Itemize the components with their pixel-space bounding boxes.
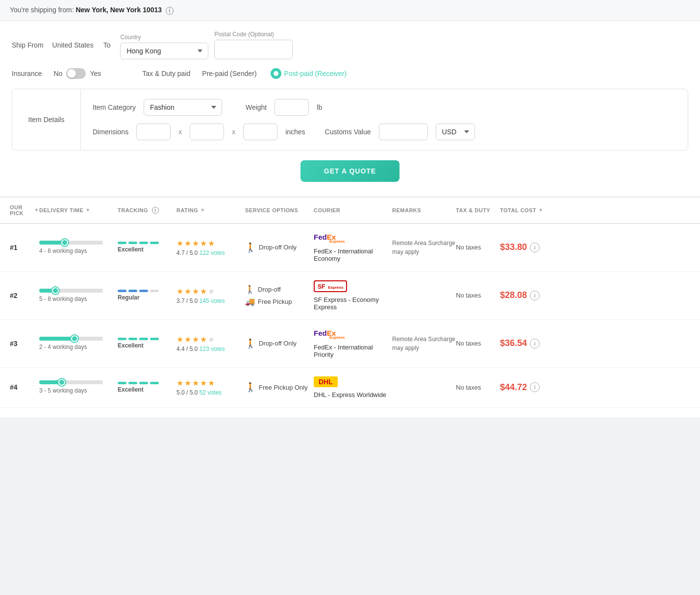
col-our-pick[interactable]: OUR PICK ▼: [10, 204, 39, 216]
tracking-dot: [118, 338, 126, 340]
total-cost-col: $28.08 i: [500, 290, 559, 300]
weight-input[interactable]: 3: [275, 99, 309, 116]
courier-service-name: SF Express - Economy Express: [314, 296, 392, 311]
votes: 122 votes: [200, 249, 225, 256]
row-info-button[interactable]: i: [530, 339, 540, 348]
service-item: 🚶Free Pickup Only: [245, 382, 314, 393]
tracking-label: Regular: [118, 294, 176, 301]
x-separator-2: x: [232, 128, 235, 136]
to-label: To: [103, 41, 111, 49]
col-total-cost[interactable]: TOTAL COST ▼: [500, 207, 559, 213]
rating-sort-icon: ▼: [200, 207, 205, 213]
postpaid-option[interactable]: Post-paid (Receiver): [284, 70, 347, 77]
row-info-button[interactable]: i: [530, 382, 540, 392]
dim3-input[interactable]: 2: [243, 124, 277, 140]
shipping-form: Ship From United States To Country Hong …: [0, 21, 700, 198]
tracking-dot: [150, 338, 159, 340]
row-info-button[interactable]: i: [530, 243, 540, 252]
tracking-dots: [118, 290, 176, 292]
table-header: OUR PICK ▼ DELIVERY TIME ▼ TRACKING i RA…: [0, 198, 700, 224]
total-cost-col: $33.80 i: [500, 242, 559, 252]
rating-text: 4.4 / 5.0 123 votes: [176, 346, 245, 352]
rank-badge: #4: [10, 383, 39, 391]
star-empty: ★: [208, 287, 215, 296]
country-select-wrap: Hong Kong United States United Kingdom J…: [120, 43, 208, 59]
tracking-col: Excellent: [118, 338, 176, 349]
radio-active-dot: [271, 68, 281, 79]
star-full: ★: [176, 287, 183, 296]
service-col: 🚶Drop-off Only: [245, 338, 314, 349]
tracking-info-icon[interactable]: i: [152, 207, 159, 214]
remarks-col: Remote Area Surcharge may apply: [392, 335, 456, 352]
star-full: ★: [208, 378, 215, 388]
tracking-label: Excellent: [118, 246, 176, 253]
star-full: ★: [184, 335, 191, 344]
postal-code-input[interactable]: [214, 40, 293, 59]
tracking-dot: [150, 382, 159, 384]
courier-service-name: FedEx - International Priority: [314, 344, 392, 358]
express-text: Express: [329, 239, 392, 244]
delivery-time-text: 4 - 6 working days: [39, 248, 118, 254]
delivery-dot: [71, 335, 78, 342]
rating-col: ★★★★★ 4.7 / 5.0 122 votes: [176, 239, 245, 256]
sf-logo-box: SF Express: [314, 280, 347, 292]
fedex-logo: FedEx Express: [314, 329, 392, 340]
item-details-fields: Item Category Fashion Electronics Books …: [81, 89, 688, 150]
total-price: $44.72: [500, 382, 527, 393]
customs-value-input[interactable]: 50: [379, 124, 428, 140]
service-item: 🚶Drop-off Only: [245, 242, 314, 253]
dim2-input[interactable]: 6: [190, 124, 224, 140]
votes: 52 votes: [200, 389, 222, 396]
sf-text: SF: [318, 283, 325, 290]
row-info-button[interactable]: i: [530, 291, 540, 300]
insurance-yes-label: Yes: [90, 70, 101, 77]
weight-label: Weight: [246, 103, 267, 111]
tax-duty-col: No taxes: [456, 340, 500, 347]
category-select[interactable]: Fashion Electronics Books Toys: [144, 99, 222, 116]
get-quote-button[interactable]: GET A QUOTE: [300, 160, 400, 182]
delivery-dot: [61, 239, 68, 246]
rank-badge: #1: [10, 244, 39, 251]
delivery-bar: [39, 241, 103, 245]
delivery-fill: [39, 337, 75, 341]
currency-select[interactable]: USD EUR GBP HKD: [436, 124, 475, 140]
col-courier: COURIER: [314, 207, 392, 213]
shipping-from-label: You're shipping from:: [10, 6, 74, 14]
insurance-toggle[interactable]: [66, 68, 86, 79]
col-rating[interactable]: RATING ▼: [176, 207, 245, 213]
postal-code-field: Postal Code (Optional): [214, 31, 293, 59]
delivery-col: 2 - 4 working days: [39, 337, 118, 350]
insurance-toggle-wrap: No Yes: [53, 68, 101, 79]
col-remarks: REMARKS: [392, 207, 456, 213]
weight-unit: lb: [317, 103, 322, 111]
tracking-dots: [118, 382, 176, 384]
toggle-knob: [67, 69, 76, 78]
star-full: ★: [200, 239, 207, 248]
service-icon: 🚚: [245, 297, 255, 306]
category-weight-row: Item Category Fashion Electronics Books …: [93, 99, 676, 116]
star-empty: ★: [208, 335, 215, 344]
fedex-purple-text: Fed: [314, 329, 327, 337]
tracking-label: Excellent: [118, 342, 176, 349]
service-col: 🚶Drop-off Only: [245, 242, 314, 253]
tax-duty-col: No taxes: [456, 292, 500, 299]
dim1-input[interactable]: 9: [136, 124, 171, 140]
col-tracking[interactable]: TRACKING i: [118, 207, 176, 214]
postpaid-radio[interactable]: Post-paid (Receiver): [271, 68, 347, 79]
col-delivery-time[interactable]: DELIVERY TIME ▼: [39, 207, 118, 213]
service-item: 🚚Free Pickup: [245, 297, 314, 306]
sf-logo: SF Express: [314, 280, 392, 292]
delivery-sort-icon: ▼: [85, 207, 90, 213]
star-full: ★: [200, 335, 207, 344]
total-cost-col: $36.54 i: [500, 338, 559, 348]
info-icon[interactable]: i: [166, 7, 174, 15]
rating-text: 5.0 / 5.0 52 votes: [176, 389, 245, 396]
service-text: Drop-off: [258, 286, 281, 293]
dimensions-customs-row: Dimensions 9 x 6 x 2 inches Customs Valu…: [93, 124, 676, 140]
tracking-dots: [118, 338, 176, 340]
prepaid-option[interactable]: Pre-paid (Sender): [202, 70, 256, 77]
tax-duty-col: No taxes: [456, 384, 500, 391]
votes: 145 votes: [200, 298, 225, 304]
country-select[interactable]: Hong Kong United States United Kingdom J…: [120, 43, 208, 59]
tracking-col: Excellent: [118, 242, 176, 253]
